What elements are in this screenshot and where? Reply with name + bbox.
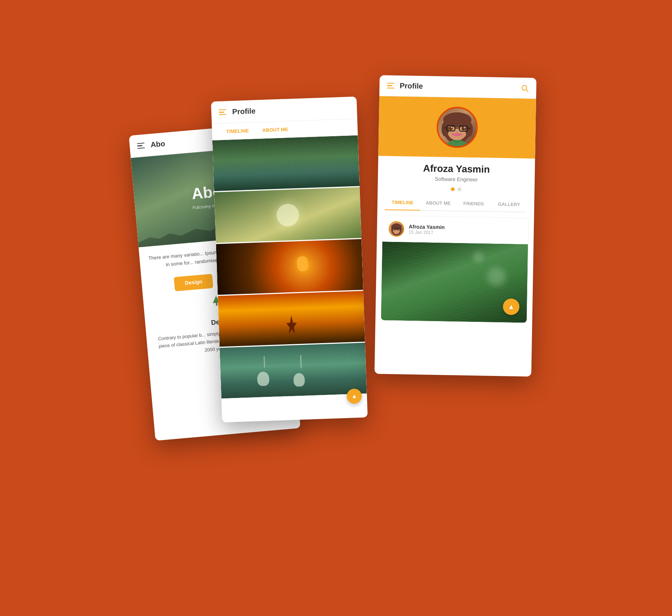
gallery-image-rain: [212, 135, 360, 191]
profile-banner: [378, 96, 536, 158]
tab-friends[interactable]: FRIENDS: [456, 196, 492, 211]
hamburger-icon[interactable]: [137, 143, 145, 149]
gallery-grid: [212, 135, 367, 398]
search-icon[interactable]: [520, 84, 529, 92]
post-avatar-illustration: [389, 222, 404, 236]
profile-tabs: TIMELINE ABOUT ME FRIENDS GALLERY: [385, 195, 527, 213]
card-mid: Profile TIMELINE ABOUT ME: [211, 96, 368, 422]
svg-line-4: [526, 90, 528, 91]
post-avatar: [388, 221, 404, 237]
tab-about-me[interactable]: ABOUT ME: [420, 196, 456, 211]
profile-name: Afroza Yasmin: [385, 162, 527, 176]
tab-timeline[interactable]: TIMELINE: [385, 195, 421, 211]
tag-design[interactable]: Design: [174, 274, 214, 291]
carousel-dots: [385, 186, 527, 193]
avatar-illustration: [438, 108, 476, 146]
app-scene: Abo Abo Fulcrumy is a cl There are many …: [131, 47, 541, 569]
card-back-title: Abo: [150, 139, 165, 149]
card-mid-title: Profile: [232, 107, 256, 116]
post-card: Afroza Yasmin 15 Jan 2017 ▲: [381, 215, 529, 323]
gallery-image-lanterns: [216, 239, 363, 295]
avatar: [436, 106, 478, 148]
tab-gallery[interactable]: GALLERY: [491, 197, 527, 212]
gallery-image-dancer: [218, 291, 365, 347]
post-meta: Afroza Yasmin 15 Jan 2017: [409, 224, 445, 236]
post-author: Afroza Yasmin: [409, 224, 445, 230]
gallery-image-flower: [214, 187, 362, 243]
post-header: Afroza Yasmin 15 Jan 2017: [382, 216, 528, 245]
tab-about-me[interactable]: ABOUT ME: [255, 121, 295, 139]
scroll-top-button-mid[interactable]: ▲: [346, 388, 362, 404]
svg-rect-0: [216, 302, 218, 305]
card-front-title: Profile: [399, 81, 520, 92]
hamburger-front-icon[interactable]: [387, 83, 394, 88]
chevron-up-icon-front: ▲: [508, 303, 514, 311]
post-date: 15 Jan 2017: [409, 230, 445, 236]
gallery-image-bulbs: [220, 343, 367, 399]
card-front-header: Profile: [379, 75, 536, 99]
hamburger-mid-icon[interactable]: [219, 109, 227, 115]
tab-timeline[interactable]: TIMELINE: [219, 122, 256, 140]
dot-1[interactable]: [451, 187, 455, 191]
profile-info: Afroza Yasmin Software Engineer TIMELINE…: [377, 162, 535, 215]
chevron-up-icon: ▲: [351, 393, 357, 400]
dot-2[interactable]: [458, 187, 461, 191]
profile-role: Software Engineer: [385, 175, 527, 184]
card-front: Profile: [374, 75, 536, 376]
